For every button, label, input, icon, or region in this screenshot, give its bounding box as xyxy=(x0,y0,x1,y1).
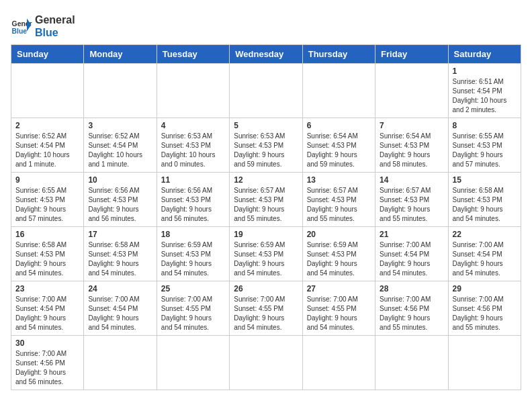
calendar-cell: 2Sunrise: 6:52 AM Sunset: 4:54 PM Daylig… xyxy=(11,118,84,173)
logo-icon: General Blue xyxy=(11,14,32,36)
day-info: Sunrise: 7:00 AM Sunset: 4:54 PM Dayligh… xyxy=(453,240,517,278)
day-info: Sunrise: 6:59 AM Sunset: 4:53 PM Dayligh… xyxy=(161,240,225,278)
calendar-cell: 18Sunrise: 6:59 AM Sunset: 4:53 PM Dayli… xyxy=(157,227,229,281)
day-number: 4 xyxy=(161,121,225,130)
calendar-cell: 17Sunrise: 6:58 AM Sunset: 4:53 PM Dayli… xyxy=(84,227,157,281)
calendar-cell: 26Sunrise: 7:00 AM Sunset: 4:55 PM Dayli… xyxy=(230,281,302,336)
page-header: General Blue General Blue xyxy=(11,11,521,39)
day-number: 28 xyxy=(380,284,443,293)
day-info: Sunrise: 6:57 AM Sunset: 4:53 PM Dayligh… xyxy=(380,186,443,224)
day-number: 15 xyxy=(453,175,517,185)
calendar-cell: 24Sunrise: 7:00 AM Sunset: 4:54 PM Dayli… xyxy=(84,281,157,336)
calendar-week-3: 9Sunrise: 6:55 AM Sunset: 4:53 PM Daylig… xyxy=(11,173,521,227)
day-number: 6 xyxy=(307,121,371,130)
day-number: 11 xyxy=(161,175,225,185)
day-info: Sunrise: 7:00 AM Sunset: 4:55 PM Dayligh… xyxy=(234,295,298,332)
weekday-header-monday: Monday xyxy=(84,45,157,64)
calendar-cell: 6Sunrise: 6:54 AM Sunset: 4:53 PM Daylig… xyxy=(302,118,375,173)
day-number: 7 xyxy=(380,121,443,130)
calendar-cell xyxy=(302,336,375,390)
weekday-header-saturday: Saturday xyxy=(448,45,521,64)
day-number: 29 xyxy=(453,284,517,293)
day-number: 27 xyxy=(307,284,371,293)
calendar-cell: 12Sunrise: 6:57 AM Sunset: 4:53 PM Dayli… xyxy=(230,173,302,227)
day-info: Sunrise: 7:00 AM Sunset: 4:54 PM Dayligh… xyxy=(88,295,152,332)
calendar-cell: 21Sunrise: 7:00 AM Sunset: 4:54 PM Dayli… xyxy=(375,227,448,281)
day-number: 24 xyxy=(88,284,152,293)
calendar-cell xyxy=(84,64,157,118)
day-number: 12 xyxy=(234,175,298,185)
day-info: Sunrise: 6:59 AM Sunset: 4:53 PM Dayligh… xyxy=(234,240,298,278)
day-number: 18 xyxy=(161,230,225,239)
calendar-week-6: 30Sunrise: 7:00 AM Sunset: 4:56 PM Dayli… xyxy=(11,336,521,390)
day-number: 13 xyxy=(307,175,371,185)
day-info: Sunrise: 6:59 AM Sunset: 4:53 PM Dayligh… xyxy=(307,240,371,278)
day-info: Sunrise: 7:00 AM Sunset: 4:56 PM Dayligh… xyxy=(15,349,79,387)
day-number: 26 xyxy=(234,284,298,293)
calendar-cell: 5Sunrise: 6:53 AM Sunset: 4:53 PM Daylig… xyxy=(230,118,302,173)
day-info: Sunrise: 7:00 AM Sunset: 4:54 PM Dayligh… xyxy=(380,240,443,278)
calendar-cell: 30Sunrise: 7:00 AM Sunset: 4:56 PM Dayli… xyxy=(11,336,84,390)
day-number: 25 xyxy=(161,284,225,293)
day-number: 2 xyxy=(15,121,79,130)
day-info: Sunrise: 6:52 AM Sunset: 4:54 PM Dayligh… xyxy=(88,132,152,169)
day-number: 14 xyxy=(380,175,443,185)
calendar-cell: 19Sunrise: 6:59 AM Sunset: 4:53 PM Dayli… xyxy=(230,227,302,281)
day-number: 21 xyxy=(380,230,443,239)
weekday-header-row: SundayMondayTuesdayWednesdayThursdayFrid… xyxy=(11,45,521,64)
day-info: Sunrise: 6:54 AM Sunset: 4:53 PM Dayligh… xyxy=(380,132,443,169)
calendar-cell: 27Sunrise: 7:00 AM Sunset: 4:55 PM Dayli… xyxy=(302,281,375,336)
day-number: 10 xyxy=(88,175,152,185)
calendar-cell: 11Sunrise: 6:56 AM Sunset: 4:53 PM Dayli… xyxy=(157,173,229,227)
weekday-header-sunday: Sunday xyxy=(11,45,84,64)
calendar-week-1: 1Sunrise: 6:51 AM Sunset: 4:54 PM Daylig… xyxy=(11,64,521,118)
calendar-cell: 25Sunrise: 7:00 AM Sunset: 4:55 PM Dayli… xyxy=(157,281,229,336)
day-info: Sunrise: 6:54 AM Sunset: 4:53 PM Dayligh… xyxy=(307,132,371,169)
day-info: Sunrise: 6:56 AM Sunset: 4:53 PM Dayligh… xyxy=(161,186,225,224)
calendar-cell: 15Sunrise: 6:58 AM Sunset: 4:53 PM Dayli… xyxy=(448,173,521,227)
calendar-cell xyxy=(230,336,302,390)
day-number: 8 xyxy=(453,121,517,130)
calendar-cell: 4Sunrise: 6:53 AM Sunset: 4:53 PM Daylig… xyxy=(157,118,229,173)
calendar-week-2: 2Sunrise: 6:52 AM Sunset: 4:54 PM Daylig… xyxy=(11,118,521,173)
calendar-cell: 7Sunrise: 6:54 AM Sunset: 4:53 PM Daylig… xyxy=(375,118,448,173)
day-info: Sunrise: 6:58 AM Sunset: 4:53 PM Dayligh… xyxy=(88,240,152,278)
calendar-cell xyxy=(230,64,302,118)
day-number: 30 xyxy=(15,338,79,348)
calendar-cell xyxy=(375,64,448,118)
calendar-table: SundayMondayTuesdayWednesdayThursdayFrid… xyxy=(11,44,521,390)
day-info: Sunrise: 7:00 AM Sunset: 4:54 PM Dayligh… xyxy=(15,295,79,332)
calendar-cell xyxy=(157,336,229,390)
day-number: 23 xyxy=(15,284,79,293)
calendar-cell: 9Sunrise: 6:55 AM Sunset: 4:53 PM Daylig… xyxy=(11,173,84,227)
calendar-cell xyxy=(448,336,521,390)
day-info: Sunrise: 6:53 AM Sunset: 4:53 PM Dayligh… xyxy=(161,132,225,169)
day-number: 3 xyxy=(88,121,152,130)
calendar-cell: 20Sunrise: 6:59 AM Sunset: 4:53 PM Dayli… xyxy=(302,227,375,281)
calendar-cell xyxy=(375,336,448,390)
day-info: Sunrise: 7:00 AM Sunset: 4:55 PM Dayligh… xyxy=(307,295,371,332)
calendar-cell: 1Sunrise: 6:51 AM Sunset: 4:54 PM Daylig… xyxy=(448,64,521,118)
calendar-cell xyxy=(11,64,84,118)
calendar-cell: 29Sunrise: 7:00 AM Sunset: 4:56 PM Dayli… xyxy=(448,281,521,336)
calendar-cell: 14Sunrise: 6:57 AM Sunset: 4:53 PM Dayli… xyxy=(375,173,448,227)
calendar-cell: 23Sunrise: 7:00 AM Sunset: 4:54 PM Dayli… xyxy=(11,281,84,336)
day-info: Sunrise: 6:55 AM Sunset: 4:53 PM Dayligh… xyxy=(453,132,517,169)
weekday-header-thursday: Thursday xyxy=(302,45,375,64)
day-number: 22 xyxy=(453,230,517,239)
weekday-header-wednesday: Wednesday xyxy=(230,45,302,64)
day-number: 20 xyxy=(307,230,371,239)
calendar-cell: 22Sunrise: 7:00 AM Sunset: 4:54 PM Dayli… xyxy=(448,227,521,281)
svg-text:Blue: Blue xyxy=(12,28,28,35)
calendar-week-5: 23Sunrise: 7:00 AM Sunset: 4:54 PM Dayli… xyxy=(11,281,521,336)
calendar-cell xyxy=(157,64,229,118)
day-info: Sunrise: 6:57 AM Sunset: 4:53 PM Dayligh… xyxy=(307,186,371,224)
calendar-cell xyxy=(84,336,157,390)
day-info: Sunrise: 6:53 AM Sunset: 4:53 PM Dayligh… xyxy=(234,132,298,169)
logo-general: General xyxy=(35,13,75,26)
day-number: 5 xyxy=(234,121,298,130)
day-info: Sunrise: 6:58 AM Sunset: 4:53 PM Dayligh… xyxy=(453,186,517,224)
day-number: 19 xyxy=(234,230,298,239)
calendar-cell: 28Sunrise: 7:00 AM Sunset: 4:56 PM Dayli… xyxy=(375,281,448,336)
day-info: Sunrise: 7:00 AM Sunset: 4:56 PM Dayligh… xyxy=(453,295,517,332)
